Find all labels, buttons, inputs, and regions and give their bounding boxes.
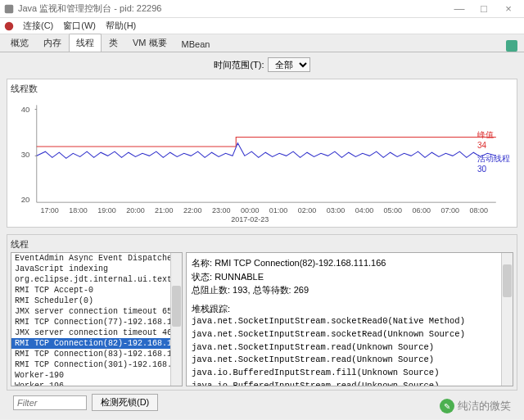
thread-list-item[interactable]: RMI Scheduler(0): [11, 296, 182, 306]
detect-deadlock-button[interactable]: 检测死锁(D): [92, 394, 158, 411]
tab-mbean[interactable]: MBean: [174, 36, 218, 52]
svg-text:05:00: 05:00: [384, 206, 403, 215]
menu-help[interactable]: 帮助(H): [101, 20, 141, 32]
stack-line: java.net.SocketInputStream.socketRead0(N…: [192, 315, 508, 328]
thread-list-item[interactable]: Worker-196: [11, 381, 182, 386]
maximize-button[interactable]: □: [472, 1, 496, 17]
time-range-select[interactable]: 全部: [268, 57, 310, 72]
stack-trace: java.net.SocketInputStream.socketRead0(N…: [192, 315, 508, 386]
watermark: ✎ 纯洁的微笑: [440, 399, 511, 413]
svg-text:08:00: 08:00: [469, 206, 488, 215]
tab-bar: 概览 内存 线程 类 VM 概要 MBean: [0, 34, 524, 52]
svg-text:03:00: 03:00: [327, 206, 346, 215]
tab-overview[interactable]: 概览: [3, 34, 36, 52]
thread-panel-label: 线程: [7, 235, 517, 252]
stack-line: java.io.BufferedInputStream.fill(Unknown…: [192, 367, 508, 380]
chart-date-label: 2017-02-23: [231, 215, 269, 224]
svg-text:00:00: 00:00: [241, 206, 260, 215]
watermark-text: 纯洁的微笑: [458, 399, 511, 413]
stack-line: java.io.BufferedInputStream.read(Unknown…: [192, 380, 508, 386]
window-buttons: — □ ×: [447, 1, 521, 17]
svg-text:04:00: 04:00: [355, 206, 374, 215]
java-icon: [3, 20, 15, 32]
detail-state-label: 状态:: [192, 272, 212, 282]
thread-detail-scrollbar[interactable]: [501, 253, 513, 386]
detail-state-value: RUNNABLE: [215, 272, 264, 282]
svg-text:06:00: 06:00: [413, 206, 431, 215]
svg-text:21:00: 21:00: [155, 206, 174, 215]
thread-chart: 20 30 40 17:0018:0019:00 20:0021:0022:00…: [11, 97, 513, 224]
menu-connect[interactable]: 连接(C): [18, 20, 58, 32]
content-area: 时间范围(T): 全部 线程数 20 30 40: [0, 52, 524, 419]
tab-classes[interactable]: 类: [102, 34, 125, 52]
title-bar: Java 监视和管理控制台 - pid: 22296 — □ ×: [0, 0, 524, 18]
thread-list-scrollbar[interactable]: [170, 253, 182, 386]
minimize-button[interactable]: —: [447, 1, 472, 17]
svg-text:19:00: 19:00: [97, 206, 116, 215]
detail-stack-label: 堆栈跟踪:: [192, 302, 508, 316]
detail-blocked: 总阻止数: 193, 总等待数: 269: [192, 283, 508, 297]
watermark-icon: ✎: [440, 399, 454, 413]
thread-list-item[interactable]: RMI TCP Connection(83)-192.168.111.166: [11, 349, 182, 359]
thread-list-item[interactable]: Worker-190: [11, 370, 182, 381]
app-icon: [3, 3, 15, 15]
chart-panel: 线程数 20 30 40 17:0018:0019:00 20:0021: [7, 79, 517, 228]
time-range-label: 时间范围(T):: [214, 59, 264, 71]
svg-text:40: 40: [21, 105, 30, 114]
detail-name-value: RMI TCP Connection(82)-192.168.111.166: [215, 258, 386, 268]
connection-status-icon: [506, 40, 517, 52]
window-title: Java 监视和管理控制台 - pid: 22296: [18, 2, 447, 15]
svg-text:23:00: 23:00: [212, 206, 231, 215]
svg-text:20:00: 20:00: [126, 206, 145, 215]
thread-detail: 名称: RMI TCP Connection(82)-192.168.111.1…: [186, 252, 513, 386]
menu-window[interactable]: 窗口(W): [58, 20, 101, 32]
thread-panel: 线程 EventAdmin Async Event Dispatcher Thr…: [7, 234, 517, 391]
thread-list-item[interactable]: RMI TCP Connection(82)-192.168.111.166: [11, 338, 182, 349]
svg-text:30: 30: [21, 151, 30, 160]
stack-line: java.net.SocketInputStream.read(Unknown …: [192, 354, 508, 367]
filter-input[interactable]: [13, 395, 87, 410]
menu-bar: 连接(C) 窗口(W) 帮助(H): [0, 18, 524, 34]
svg-text:07:00: 07:00: [440, 206, 459, 215]
thread-list-item[interactable]: JMX server connection timeout 461: [11, 327, 182, 338]
thread-list-item[interactable]: RMI TCP Connection(301)-192.168.111.166: [11, 359, 182, 370]
svg-text:01:00: 01:00: [269, 206, 288, 215]
svg-text:17:00: 17:00: [40, 206, 59, 215]
thread-list-item[interactable]: RMI TCP Accept-0: [11, 285, 182, 296]
chart-legend: 峰值34 活动线程30: [477, 129, 510, 177]
legend-peak: 峰值34: [477, 129, 510, 150]
svg-text:22:00: 22:00: [183, 206, 202, 215]
stack-line: java.net.SocketInputStream.read(Unknown …: [192, 341, 508, 355]
time-range-row: 时间范围(T): 全部: [7, 57, 517, 72]
tab-memory[interactable]: 内存: [36, 34, 69, 52]
detail-name-label: 名称:: [192, 258, 212, 268]
thread-list-item[interactable]: JMX server connection timeout 65: [11, 306, 182, 317]
svg-text:20: 20: [21, 195, 30, 204]
svg-text:02:00: 02:00: [298, 206, 317, 215]
chart-title: 线程数: [11, 83, 513, 95]
legend-live: 活动线程30: [477, 153, 510, 174]
thread-list-item[interactable]: org.eclipse.jdt.internal.ui.text.JavaRec…: [11, 274, 182, 285]
tab-vm[interactable]: VM 概要: [125, 34, 174, 52]
svg-text:18:00: 18:00: [69, 206, 88, 215]
tab-threads[interactable]: 线程: [69, 34, 102, 52]
svg-point-1: [5, 21, 14, 30]
svg-rect-0: [5, 4, 14, 13]
stack-line: java.net.SocketInputStream.socketRead(Un…: [192, 328, 508, 341]
thread-list-item[interactable]: JavaScript indexing: [11, 264, 182, 274]
thread-list-item[interactable]: EventAdmin Async Event Dispatcher Thread: [11, 253, 182, 264]
close-button[interactable]: ×: [496, 1, 521, 17]
thread-list[interactable]: EventAdmin Async Event Dispatcher Thread…: [11, 252, 183, 386]
thread-list-item[interactable]: RMI TCP Connection(77)-192.168.111.166: [11, 317, 182, 327]
